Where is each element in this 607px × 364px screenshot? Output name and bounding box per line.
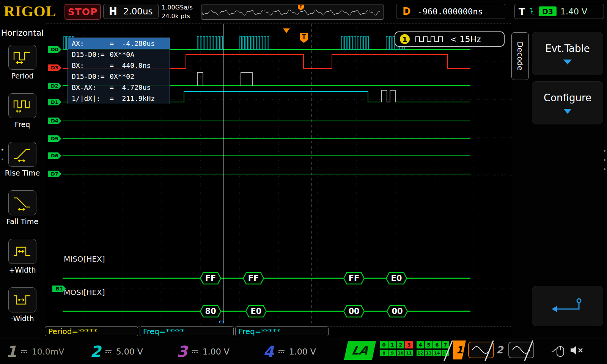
menu-item-period[interactable]: Period (3, 45, 41, 80)
mosi-bus-label: MOSI[HEX] (64, 288, 105, 297)
miso-hex-frame: FF (343, 272, 365, 285)
mouse-icon (551, 344, 568, 359)
sample-rate: 1.00GSa/s (162, 3, 193, 12)
panel-page-dot (604, 168, 605, 170)
menu-item-minus-width[interactable]: -Width (3, 287, 41, 323)
channel-1-status[interactable]: 1 10.0mV (6, 341, 64, 362)
preview-waveform (201, 5, 383, 19)
menu-item-plus-width[interactable]: +Width (3, 239, 41, 274)
decode-menu-panel: Decode Evt.Table Configure (512, 24, 607, 339)
channel-3-status[interactable]: 3 1.00 V (177, 341, 230, 362)
trigger-edge-icon (529, 6, 535, 16)
measurement-period: Period=***** (45, 326, 138, 336)
coupling-icon (21, 350, 27, 353)
menu-item-label: Rise Time (3, 169, 41, 177)
cursor-row-bx-data: D15-D0:= 0X**02 (68, 71, 170, 82)
menu-title: Horizontal (0, 24, 45, 38)
graticule-display: D0 D3 D2 D1 D4 D5 D6 D7 B1 T AX: = -4.28… (45, 24, 512, 327)
chevron-down-icon (563, 60, 572, 64)
mosi-hex-frame: 00 (386, 305, 408, 318)
delay-label: D (403, 6, 411, 17)
delay-group: D -960.000000ns (396, 4, 505, 19)
minus-width-icon (8, 287, 36, 312)
logic-analyzer-badge[interactable]: LA (344, 341, 376, 360)
digital-channel-grid-row2[interactable]: 8 9 10 11 12 13 14 15 (380, 350, 449, 356)
trigger-time-marker[interactable] (283, 28, 290, 33)
trigger-source-badge: D3 (539, 6, 557, 16)
divider (158, 5, 158, 18)
menu-item-fall-time[interactable]: Fall Time (3, 190, 41, 226)
coupling-icon (278, 350, 285, 353)
miso-bus-label: MISO[HEX] (64, 254, 105, 264)
trigger-label: T (519, 6, 525, 17)
cursor-measurement-panel: AX: = -4.280us D15-D0:= 0X**0A BX: = 440… (68, 38, 170, 104)
rigol-logo: RIGOL (4, 2, 56, 20)
run-state-badge: STOP (64, 4, 101, 20)
delay-value: -960.000000ns (418, 7, 483, 16)
measurement-freq-1: Freq=***** (140, 326, 234, 336)
mosi-hex-frame: E0 (245, 305, 267, 318)
cursor-row-inverse-delta: 1/|dX|: = 211.9kHz (68, 93, 170, 104)
cursor-row-bx: BX: = 440.0ns (68, 60, 170, 71)
period-icon (8, 45, 36, 70)
menu-item-rise-time[interactable]: Rise Time (3, 142, 41, 177)
trigger-level-value: 1.40 V (560, 7, 587, 16)
top-status-bar: RIGOL STOP H 2.00us 1.00GSa/s 24.0k pts … (0, 0, 607, 24)
trigger-frequency-badge: 1 < 15Hz (395, 31, 505, 47)
miso-hex-frame: E0 (385, 272, 407, 285)
plus-width-icon (8, 239, 36, 264)
chevron-down-icon (563, 109, 572, 114)
miso-hex-frame: FF (200, 272, 222, 285)
decode-tab[interactable]: Decode (511, 32, 529, 80)
frequency-value: < 15Hz (450, 35, 481, 44)
horizontal-label: H (109, 6, 117, 17)
menu-item-freq[interactable]: Freq (3, 93, 41, 129)
pulse-train-icon (415, 35, 445, 43)
menu-page-dot (2, 149, 3, 151)
cursor-row-ax: AX: = -4.280us (68, 38, 170, 49)
cursor-row-delta: BX-AX: = 4.720us (68, 82, 170, 93)
speaker-muted-icon (570, 344, 585, 356)
panel-page-dot (604, 150, 605, 152)
channel-2-status[interactable]: 2 5.00 V (90, 341, 143, 362)
acquisition-info: 1.00GSa/s 24.0k pts (162, 3, 193, 20)
rise-time-icon (8, 142, 36, 167)
miso-hex-frame: FF (242, 272, 264, 285)
horizontal-measure-menu: Horizontal Period Freq Rise Time (0, 24, 45, 339)
menu-page-dot (2, 158, 3, 160)
digital-channel-grid-row1[interactable]: 0 1 2 3 4 5 6 7 (380, 341, 449, 348)
oscilloscope-screen: { "top_bar": { "brand": "RIGOL", "run_st… (0, 0, 607, 364)
panel-page-dot (604, 159, 605, 161)
measurement-freq-2: Freq=***** (235, 326, 329, 336)
menu-item-label: Freq (3, 120, 41, 129)
mosi-hex-frame: 80 (200, 305, 222, 318)
jump-nav-icon (549, 296, 587, 316)
jump-nav-button[interactable] (532, 286, 603, 326)
menu-item-label: Period (3, 72, 41, 80)
cursor-drag-handle-icon[interactable]: ↔ (219, 317, 225, 326)
coupling-icon (105, 350, 112, 353)
channel-1-badge: 1 (400, 34, 410, 44)
configure-button[interactable]: Configure (532, 81, 603, 124)
channel-4-status[interactable]: 4 1.00 V (263, 341, 316, 362)
cursor-row-ax-data: D15-D0:= 0X**0A (68, 49, 170, 60)
menu-item-label: Fall Time (3, 217, 41, 226)
fall-time-icon (8, 190, 36, 215)
evt-table-button[interactable]: Evt.Table (532, 32, 603, 75)
horizontal-timebase-group: H 2.00us (103, 4, 159, 19)
trigger-group: T D3 1.40 V (514, 4, 604, 19)
timebase-value: 2.00us (123, 6, 153, 16)
source-1-status[interactable]: 1 (453, 340, 494, 359)
memory-depth: 24.0k pts (162, 12, 193, 20)
menu-item-label: +Width (3, 266, 41, 274)
waveform-preview-strip[interactable]: T (201, 5, 384, 20)
mosi-hex-frame: 00 (343, 305, 365, 318)
freq-icon (8, 93, 36, 118)
menu-item-label: -Width (3, 314, 41, 323)
coupling-icon (192, 350, 198, 353)
